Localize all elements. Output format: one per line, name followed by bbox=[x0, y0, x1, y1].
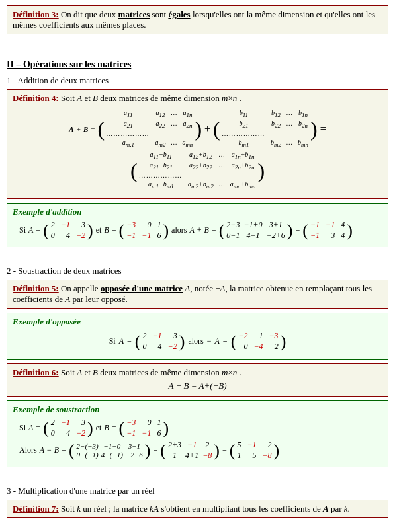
example-opposee-box: Exemple d'opposée Si A= ( 2−13 04−2 ) al… bbox=[7, 313, 388, 360]
def4-header: Définition 4: Soit A et B deux matrices … bbox=[13, 93, 382, 104]
addition-formula: A + B = ( a11a12…a1n a21a22…a2n ……………… a… bbox=[13, 104, 382, 195]
example-opposee-formula: Si A= ( 2−13 04−2 ) alors −A= ( −21−3 0−… bbox=[13, 327, 382, 356]
example-soustraction-box: Exemple de soustraction Si A= ( 2−13 04−… bbox=[7, 400, 388, 467]
def6-formula: A − B = A+(−B) bbox=[13, 378, 382, 393]
def7-text: Soit k un réel ; la matrice kA s'obtient… bbox=[61, 504, 350, 513]
section2-title: II – Opérations sur les matrices bbox=[7, 59, 388, 70]
example-addition-formula: Si A= ( 2−13 04−2 ) et B= ( −301 −1−16 )… bbox=[13, 217, 382, 243]
sub2-title: 2 - Soustraction de deux matrices bbox=[7, 266, 388, 276]
def6-text: Soit A et B deux matrices de même dimens… bbox=[61, 367, 241, 377]
definition-7-box: Définition 7: Soit k un réel ; la matric… bbox=[7, 500, 388, 518]
example-addition-title: Exemple d'addition bbox=[13, 207, 382, 217]
example-opposee-title: Exemple d'opposée bbox=[13, 317, 382, 327]
definition-5-box: Définition 5: On appelle opposée d'une m… bbox=[7, 280, 388, 309]
matrix-aplusb-general: ( a11+b11a12+b12…a1n+b1n a21+b21a22+b22…… bbox=[130, 151, 265, 190]
example-addition-box: Exemple d'addition Si A= ( 2−13 04−2 ) e… bbox=[7, 203, 388, 247]
example-soustraction-line2: Alors A−B= ( 2−(−3)−1−03−1 0−(−1)4−(−1)−… bbox=[13, 438, 382, 463]
example-soustraction-title: Exemple de soustraction bbox=[13, 404, 382, 415]
def3-title: Définition 3: bbox=[13, 9, 59, 19]
definition-6-box: Définition 6: Soit A et B deux matrices … bbox=[7, 363, 388, 397]
def3-text: On dit que deux matrices sont égales lor… bbox=[13, 9, 375, 30]
definition-3-box: Définition 3: On dit que deux matrices s… bbox=[7, 5, 388, 34]
definition-4-box: Définition 4: Soit A et B deux matrices … bbox=[7, 89, 388, 199]
def4-text: Soit A et B deux matrices de même dimens… bbox=[61, 93, 241, 103]
matrix-a-general: ( a11a12…a1n a21a22…a2n ……………… am,1am2…a… bbox=[97, 109, 202, 148]
example-soustraction-line1: Si A= ( 2−13 04−2 ) et B= ( −301 −1−16 ) bbox=[13, 415, 382, 438]
def4-title: Définition 4: bbox=[13, 93, 59, 103]
sub3-title: 3 - Multiplication d'une matrice par un … bbox=[7, 486, 388, 496]
def6-header: Définition 6: Soit A et B deux matrices … bbox=[13, 367, 382, 378]
def6-title: Définition 6: bbox=[13, 367, 59, 377]
sub1-title: 1 - Addition de deux matrices bbox=[7, 75, 388, 86]
matrix-b-general: ( b11b12…b1n b21b22…b2n ……………… bm1bm2…bm… bbox=[213, 109, 318, 148]
def7-title: Définition 7: bbox=[13, 504, 59, 513]
def5-title: Définition 5: bbox=[13, 284, 59, 293]
def5-text: On appelle opposée d'une matrice A, noté… bbox=[13, 284, 372, 304]
